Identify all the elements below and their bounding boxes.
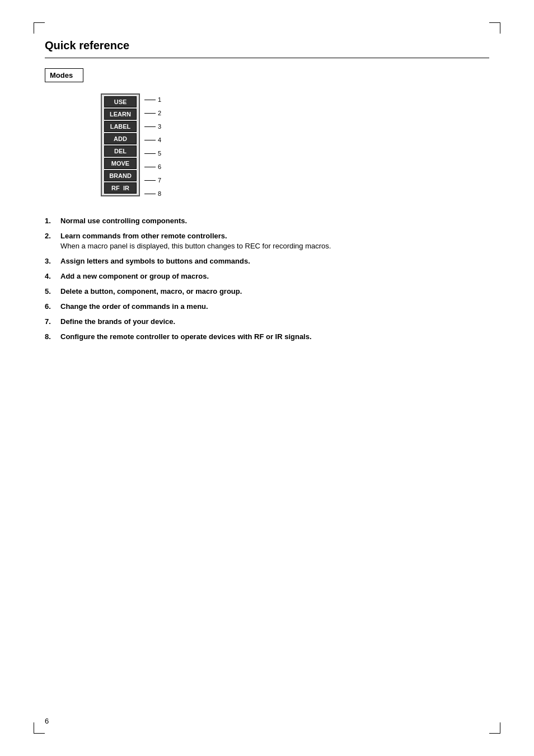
list-main-5: Delete a button, component, macro, or ma…	[60, 287, 242, 295]
list-main-2: Learn commands from other remote control…	[60, 232, 489, 240]
corner-mark-bl	[34, 722, 45, 734]
list-content-3: Assign letters and symbols to buttons an…	[60, 257, 489, 265]
remote-label-line-3	[144, 126, 156, 127]
list-main-4: Add a new component or group of macros.	[60, 272, 209, 280]
page-number: 6	[45, 717, 49, 725]
modes-box: Modes	[45, 68, 83, 82]
list-item-8: 8. Configure the remote controller to op…	[45, 332, 489, 341]
remote-label-row-8: 8	[144, 187, 161, 200]
remote-diagram: USE LEARN LABEL ADD DEL MOVE BRAND RF IR…	[101, 93, 489, 200]
remote-btn-brand: BRAND	[104, 170, 137, 181]
list-main-7: Define the brands of your device.	[60, 317, 175, 326]
remote-buttons-panel: USE LEARN LABEL ADD DEL MOVE BRAND RF IR	[101, 93, 140, 196]
remote-label-num-6: 6	[158, 163, 161, 170]
remote-label-line-4	[144, 140, 156, 140]
remote-btn-learn: LEARN	[104, 109, 137, 120]
list-main-6: Change the order of commands in a menu.	[60, 302, 208, 311]
list-sub-2: When a macro panel is displayed, this bu…	[60, 242, 489, 250]
list-num-4: 4.	[45, 272, 60, 280]
list-main-3: Assign letters and symbols to buttons an…	[60, 257, 250, 265]
list-item-3: 3. Assign letters and symbols to buttons…	[45, 257, 489, 265]
remote-label-line-5	[144, 153, 156, 154]
remote-btn-del: DEL	[104, 145, 137, 157]
list-num-5: 5.	[45, 287, 60, 295]
remote-btn-add: ADD	[104, 133, 137, 144]
remote-label-row-7: 7	[144, 174, 161, 186]
remote-label-row-2: 2	[144, 107, 161, 119]
remote-label-num-2: 2	[158, 110, 161, 116]
page-title: Quick reference	[45, 39, 489, 52]
list-item-5: 5. Delete a button, component, macro, or…	[45, 287, 489, 295]
remote-label-num-8: 8	[158, 190, 161, 197]
list-section: 1. Normal use controlling components. 2.…	[45, 217, 489, 341]
list-num-8: 8.	[45, 332, 60, 341]
list-item-7: 7. Define the brands of your device.	[45, 317, 489, 326]
remote-label-line-1	[144, 100, 156, 100]
list-main-8: Configure the remote controller to opera…	[60, 332, 312, 341]
list-num-2: 2.	[45, 232, 60, 240]
corner-mark-br	[489, 722, 500, 734]
remote-label-num-1: 1	[158, 96, 161, 103]
list-main-1: Normal use controlling components.	[60, 217, 187, 225]
list-item-2: 2. Learn commands from other remote cont…	[45, 232, 489, 250]
list-content-7: Define the brands of your device.	[60, 317, 489, 326]
remote-label-row-4: 4	[144, 134, 161, 146]
remote-btn-label: LABEL	[104, 121, 137, 132]
list-content-5: Delete a button, component, macro, or ma…	[60, 287, 489, 295]
remote-label-line-2	[144, 113, 156, 114]
remote-label-line-8	[144, 194, 156, 194]
title-rule	[45, 58, 489, 58]
remote-btn-move: MOVE	[104, 158, 137, 169]
list-content-2: Learn commands from other remote control…	[60, 232, 489, 250]
list-content-6: Change the order of commands in a menu.	[60, 302, 489, 311]
list-content-4: Add a new component or group of macros.	[60, 272, 489, 280]
list-num-6: 6.	[45, 302, 60, 311]
list-content-1: Normal use controlling components.	[60, 217, 489, 225]
remote-btn-rfir: RF IR	[104, 182, 137, 194]
remote-label-line-7	[144, 180, 156, 181]
list-num-7: 7.	[45, 317, 60, 326]
corner-mark-tr	[489, 22, 500, 34]
remote-label-row-5: 5	[144, 147, 161, 159]
remote-label-num-4: 4	[158, 137, 161, 143]
remote-label-line-6	[144, 167, 156, 167]
remote-label-num-3: 3	[158, 123, 161, 130]
remote-label-num-7: 7	[158, 177, 161, 184]
list-item-6: 6. Change the order of commands in a men…	[45, 302, 489, 311]
remote-labels: 1 2 3 4 5 6 7	[144, 93, 161, 200]
list-num-3: 3.	[45, 257, 60, 265]
list-num-1: 1.	[45, 217, 60, 225]
list-item-1: 1. Normal use controlling components.	[45, 217, 489, 225]
remote-label-row-6: 6	[144, 161, 161, 173]
remote-btn-use: USE	[104, 96, 137, 107]
corner-mark-tl	[34, 22, 45, 34]
remote-label-row-3: 3	[144, 120, 161, 133]
page: Quick reference Modes USE LEARN LABEL AD…	[0, 0, 534, 756]
list-content-8: Configure the remote controller to opera…	[60, 332, 489, 341]
remote-label-row-1: 1	[144, 93, 161, 106]
remote-label-num-5: 5	[158, 150, 161, 157]
list-item-4: 4. Add a new component or group of macro…	[45, 272, 489, 280]
